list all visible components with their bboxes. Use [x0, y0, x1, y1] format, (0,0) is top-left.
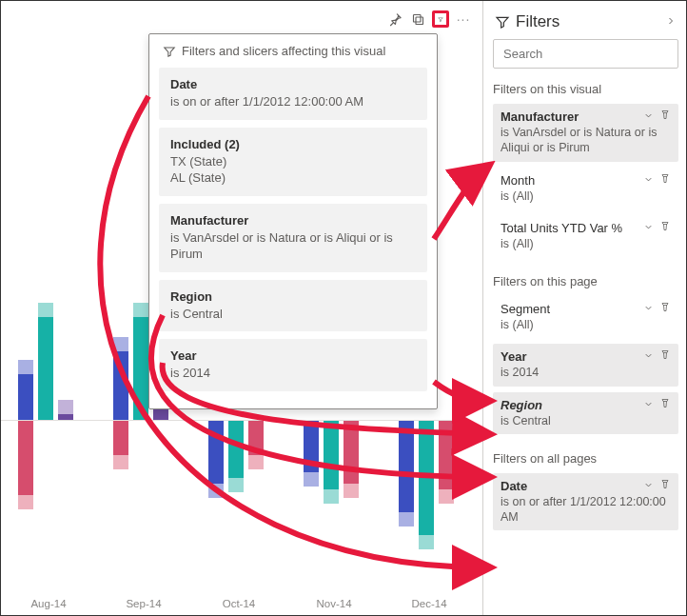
popup-card-desc: is 2014 — [170, 365, 416, 382]
filter-card-name: Month — [501, 173, 535, 188]
filter-card-desc: is (All) — [501, 317, 671, 332]
filter-card-month[interactable]: Month is (All) — [493, 168, 678, 209]
filters-pane-header: Filters — [493, 9, 678, 39]
x-tick: Nov-14 — [286, 598, 382, 609]
svg-rect-1 — [413, 14, 421, 22]
filter-icon[interactable] — [432, 10, 449, 28]
chevron-down-icon[interactable] — [643, 221, 654, 235]
filter-card-name: Year — [501, 349, 526, 364]
copy-icon[interactable] — [409, 10, 426, 28]
filters-search-box[interactable] — [493, 39, 678, 69]
popup-card-title: Date — [170, 77, 416, 91]
clear-filter-icon[interactable] — [659, 398, 671, 412]
filter-card-name: Region — [501, 398, 542, 412]
section-label-all: Filters on all pages — [493, 451, 678, 466]
clear-filter-icon[interactable] — [659, 109, 671, 124]
x-tick: Sep-14 — [96, 598, 191, 609]
popup-card-year: Year is 2014 — [159, 339, 427, 391]
more-options-icon[interactable]: ··· — [455, 10, 472, 28]
x-tick: Dec-14 — [382, 598, 477, 609]
filter-card-name: Segment — [501, 302, 550, 316]
chevron-down-icon[interactable] — [643, 349, 654, 364]
popup-card-desc: TX (State) AL (State) — [170, 153, 416, 187]
filter-card-region[interactable]: Region is Central — [493, 392, 678, 434]
filter-card-name: Manufacturer — [501, 109, 579, 124]
chevron-down-icon[interactable] — [643, 479, 654, 493]
filter-card-desc: is Central — [501, 413, 671, 428]
popup-body: Date is on or after 1/1/2012 12:00:00 AM… — [149, 68, 437, 408]
popup-title: Filters and slicers affecting this visua… — [182, 44, 385, 58]
filter-card-segment[interactable]: Segment is (All) — [493, 296, 678, 338]
filter-card-name: Date — [501, 479, 527, 493]
filter-card-name: Total Units YTD Var % — [501, 221, 622, 235]
svg-rect-0 — [416, 17, 423, 25]
collapse-pane-icon[interactable] — [665, 15, 677, 30]
popup-card-title: Included (2) — [170, 137, 416, 151]
popup-header: Filters and slicers affecting this visua… — [149, 34, 437, 68]
chevron-down-icon[interactable] — [643, 302, 654, 316]
x-axis-labels: Aug-14 Sep-14 Oct-14 Nov-14 Dec-14 — [1, 598, 477, 609]
chevron-down-icon[interactable] — [643, 109, 654, 124]
visual-toolbar: ··· — [384, 9, 474, 30]
popup-card-date: Date is on or after 1/1/2012 12:00:00 AM — [159, 68, 427, 120]
filter-card-desc: is 2014 — [501, 365, 671, 380]
clear-filter-icon[interactable] — [659, 479, 671, 493]
popup-card-desc: is on or after 1/1/2012 12:00:00 AM — [170, 93, 416, 110]
popup-card-title: Region — [170, 289, 416, 304]
popup-card-included: Included (2) TX (State) AL (State) — [159, 128, 427, 196]
popup-card-desc: is VanArsdel or is Natura or is Aliqui o… — [170, 229, 416, 263]
popup-card-desc: is Central — [170, 306, 416, 323]
filters-pane: Filters Filters on this visual Manufactu… — [482, 1, 686, 615]
clear-filter-icon[interactable] — [659, 349, 671, 364]
chevron-down-icon[interactable] — [643, 398, 654, 412]
chevron-down-icon[interactable] — [643, 173, 654, 188]
clear-filter-icon[interactable] — [659, 221, 671, 235]
section-label-visual: Filters on this visual — [493, 82, 678, 96]
popup-card-title: Year — [170, 348, 416, 363]
section-label-page: Filters on this page — [493, 274, 678, 288]
filter-card-total-units[interactable]: Total Units YTD Var % is (All) — [493, 215, 678, 257]
filters-pane-title: Filters — [516, 12, 559, 31]
pin-icon[interactable] — [386, 10, 403, 28]
clear-filter-icon[interactable] — [659, 173, 671, 188]
x-tick: Aug-14 — [1, 598, 96, 609]
filter-card-desc: is on or after 1/1/2012 12:00:00 AM — [501, 494, 671, 526]
popup-card-region: Region is Central — [159, 280, 427, 332]
filter-card-desc: is (All) — [501, 236, 671, 251]
clear-filter-icon[interactable] — [659, 302, 671, 316]
filter-card-desc: is (All) — [501, 189, 671, 204]
filter-card-date[interactable]: Date is on or after 1/1/2012 12:00:00 AM — [493, 473, 678, 531]
filter-card-manufacturer[interactable]: Manufacturer is VanArsdel or is Natura o… — [493, 104, 678, 162]
popup-card-manufacturer: Manufacturer is VanArsdel or is Natura o… — [159, 204, 427, 272]
filter-card-year[interactable]: Year is 2014 — [493, 344, 678, 386]
x-tick: Oct-14 — [191, 598, 286, 609]
filter-card-desc: is VanArsdel or is Natura or is Aliqui o… — [501, 125, 671, 156]
popup-card-title: Manufacturer — [170, 213, 416, 228]
search-input[interactable] — [501, 46, 644, 62]
filters-affecting-visual-popup: Filters and slicers affecting this visua… — [148, 33, 438, 409]
